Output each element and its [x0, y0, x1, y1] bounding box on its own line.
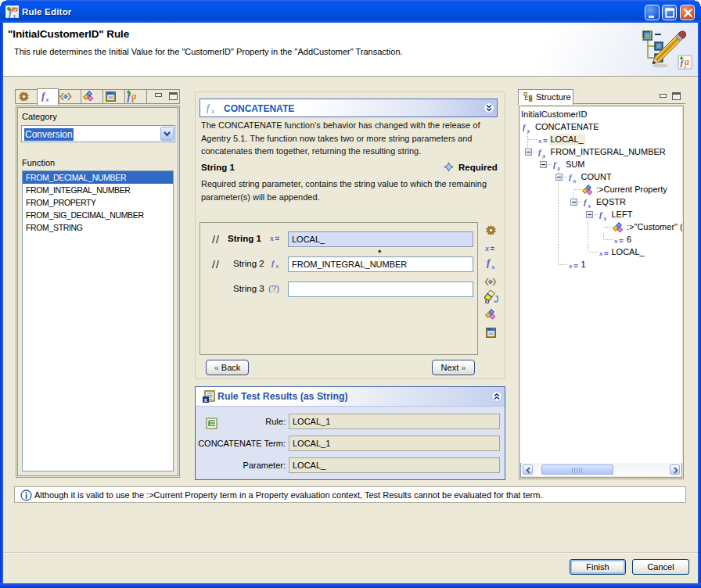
- svg-text:f: f: [584, 198, 588, 206]
- svg-text:x: x: [541, 152, 545, 160]
- svg-text:x: x: [270, 235, 274, 242]
- svg-text:x: x: [569, 262, 573, 270]
- svg-text:x: x: [538, 137, 542, 145]
- svg-text:x: x: [491, 264, 495, 271]
- svg-text:x: x: [485, 244, 489, 253]
- svg-text:x: x: [211, 108, 215, 115]
- svg-text:f: f: [599, 210, 603, 219]
- svg-text:f: f: [569, 173, 573, 181]
- svg-text:x: x: [13, 13, 16, 19]
- svg-text:f: f: [523, 123, 527, 131]
- svg-text:x: x: [614, 237, 618, 245]
- svg-text:x: x: [557, 165, 561, 172]
- svg-text:x: x: [131, 97, 135, 103]
- svg-text:f: f: [553, 160, 557, 169]
- svg-text:f: f: [487, 257, 491, 268]
- svg-text:x: x: [527, 127, 530, 134]
- svg-text:x: x: [572, 177, 576, 185]
- svg-text:x: x: [602, 215, 606, 222]
- svg-text:x: x: [204, 397, 207, 403]
- svg-text:x: x: [45, 96, 49, 103]
- svg-text:x: x: [275, 263, 279, 269]
- svg-text:x: x: [588, 203, 591, 210]
- svg-text:x: x: [599, 249, 603, 257]
- svg-text:J: J: [494, 294, 498, 305]
- svg-text:f: f: [271, 258, 275, 267]
- svg-text:f: f: [207, 103, 210, 113]
- svg-text:f: f: [538, 148, 542, 156]
